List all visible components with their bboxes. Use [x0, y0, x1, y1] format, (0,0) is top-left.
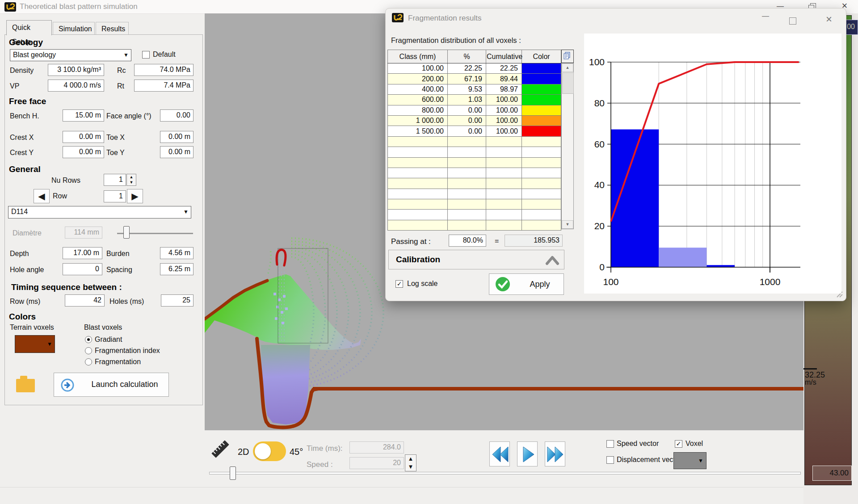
colorbar-marker-unit: m/s	[805, 378, 816, 386]
table-row[interactable]: 1 500.000.00100.00	[388, 126, 561, 136]
voxel-color-select[interactable]: ▼	[673, 452, 707, 469]
radio-fragmentation-label: Fragmentation	[95, 358, 141, 366]
table-row-empty[interactable]	[388, 147, 561, 157]
view-angle-toggle[interactable]	[253, 441, 286, 461]
passing-percent-field[interactable]: 80.0%	[449, 235, 486, 247]
dialog-close-button[interactable]: ×	[820, 13, 838, 25]
play-button[interactable]	[517, 441, 538, 466]
radio-fragmentation-index[interactable]	[85, 347, 92, 354]
dialog-maximize-button[interactable]	[789, 17, 796, 25]
row-next-button[interactable]: ▶	[127, 189, 143, 203]
table-row-empty[interactable]	[388, 220, 561, 230]
speed-spinner[interactable]: ▲ ▼	[405, 454, 416, 471]
radio-gradiant[interactable]	[85, 336, 92, 343]
apply-button[interactable]: Apply	[489, 273, 564, 295]
table-row-empty[interactable]	[388, 210, 561, 220]
apply-label: Apply	[516, 280, 564, 289]
table-scrollbar[interactable]: ▲ ▼	[561, 63, 574, 229]
table-row-empty[interactable]	[388, 189, 561, 199]
spacing-label: Spacing	[106, 266, 132, 274]
folder-icon[interactable]	[15, 374, 36, 394]
burden-field[interactable]: 4.56 m	[160, 247, 193, 259]
crest-y-field[interactable]: 0.00 m	[63, 146, 104, 158]
log-scale-checkbox[interactable]: ✓	[395, 280, 403, 288]
table-row[interactable]: 1 000.000.00100.00	[388, 115, 561, 126]
voxel-checkbox[interactable]: ✓	[675, 440, 682, 448]
table-row[interactable]: 800.000.00100.00	[388, 105, 561, 115]
rt-field[interactable]: 7.4 MPa	[134, 80, 193, 92]
geology-preset-select[interactable]: Blast geology ▼	[10, 49, 131, 61]
speed-field[interactable]: 20	[349, 457, 404, 469]
default-checkbox[interactable]	[142, 51, 150, 59]
bench-h-label: Bench H.	[10, 112, 39, 120]
colors-header: Colors	[9, 312, 36, 322]
scroll-down-icon[interactable]: ▼	[562, 220, 573, 229]
holes-ms-field[interactable]: 25	[161, 294, 193, 307]
tab-results[interactable]: Results	[96, 22, 129, 35]
svg-text:100: 100	[603, 277, 618, 287]
timeline-slider-track[interactable]	[209, 472, 801, 475]
svg-text:100: 100	[589, 57, 605, 67]
col-class[interactable]: Class (mm)	[388, 50, 448, 63]
spacing-field[interactable]: 6.25 m	[160, 263, 193, 275]
toe-y-field[interactable]: 0.00 m	[160, 146, 193, 158]
terrain-color-select[interactable]: ▼	[15, 335, 55, 353]
table-row-empty[interactable]	[388, 199, 561, 210]
spinner-down-icon[interactable]: ▼	[127, 180, 136, 185]
vp-field[interactable]: 4 000.0 m/s	[48, 80, 104, 92]
table-row[interactable]: 400.009.5398.97	[388, 84, 561, 94]
radio-fragmentation[interactable]	[85, 358, 92, 365]
spinner-up-icon[interactable]: ▲	[127, 174, 136, 180]
col-cumulative[interactable]: Cumulative	[486, 50, 522, 63]
row-ms-field[interactable]: 42	[65, 294, 105, 307]
table-row-empty[interactable]	[388, 157, 561, 168]
ruler-icon[interactable]	[208, 437, 232, 461]
chevron-down-icon: ▼	[47, 341, 52, 347]
table-row[interactable]: 600.001.03100.00	[388, 95, 561, 105]
tab-quick-setup[interactable]: Quick Setup	[6, 20, 52, 35]
terrain-voxels-label: Terrain voxels	[10, 323, 54, 332]
col-color[interactable]: Color	[522, 50, 561, 63]
rc-field[interactable]: 74.0 MPa	[134, 64, 193, 76]
nu-rows-field[interactable]: 1	[104, 174, 126, 186]
fast-forward-button[interactable]	[545, 441, 565, 466]
row-field[interactable]: 1	[104, 190, 126, 202]
crest-x-field[interactable]: 0.00 m	[63, 131, 104, 143]
terrain-ground-line	[313, 387, 803, 391]
drill-preset-select[interactable]: D114 ▼	[8, 206, 191, 218]
depth-field[interactable]: 17.00 m	[63, 247, 102, 259]
density-field[interactable]: 3 100.0 kg/m³	[48, 64, 104, 76]
row-prev-button[interactable]: ◀	[34, 189, 50, 203]
spinner-up-icon[interactable]: ▲	[405, 455, 416, 463]
app-window: Theoretical blast pattern simulation — ×	[0, 0, 858, 504]
spinner-down-icon[interactable]: ▼	[405, 463, 416, 471]
timeline-slider-knob[interactable]	[230, 466, 236, 480]
nu-rows-spinner[interactable]: ▲ ▼	[126, 174, 136, 186]
toe-x-field[interactable]: 0.00 m	[160, 131, 193, 143]
pit-voxels	[261, 345, 310, 424]
rewind-button[interactable]	[489, 441, 510, 466]
speed-vector-checkbox[interactable]	[606, 440, 614, 448]
scroll-up-icon[interactable]: ▲	[562, 63, 573, 72]
copy-table-button[interactable]	[561, 50, 574, 63]
bench-h-field[interactable]: 15.00 m	[63, 109, 104, 122]
table-row-empty	[388, 178, 561, 189]
table-row-empty[interactable]	[388, 168, 561, 178]
color-swatch	[522, 74, 561, 84]
diametre-slider-knob[interactable]	[123, 226, 130, 239]
table-row-empty[interactable]	[388, 136, 561, 147]
table-row[interactable]: 200.0067.1989.44	[388, 74, 561, 84]
dialog-minimize-button[interactable]: —	[757, 12, 774, 20]
tab-simulation[interactable]: Simulation	[53, 22, 95, 35]
table-row[interactable]: 100.0022.2522.25	[388, 63, 561, 74]
calibration-expander[interactable]: Calibration	[388, 250, 564, 269]
scrollbar-thumb[interactable]	[562, 72, 574, 94]
toe-y-label: Toe Y	[106, 149, 125, 157]
face-angle-label: Face angle (°)	[106, 112, 151, 120]
chevron-down-icon: ▼	[698, 458, 703, 464]
face-angle-field[interactable]: 0.00	[160, 109, 193, 122]
hole-angle-field[interactable]: 0	[63, 263, 102, 275]
col-percent[interactable]: %	[448, 50, 486, 63]
launch-calculation-button[interactable]: Launch calculation	[54, 373, 169, 397]
displacement-vector-checkbox[interactable]	[606, 456, 614, 464]
